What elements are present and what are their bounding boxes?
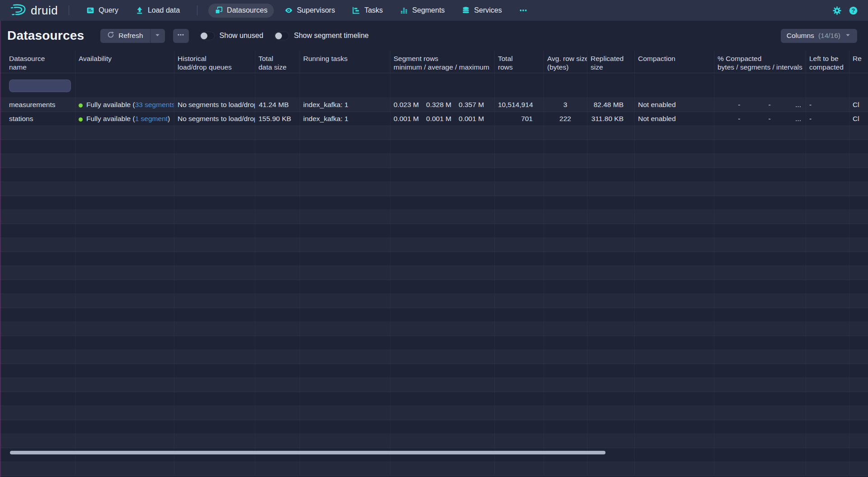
cell-replicated <box>587 238 635 252</box>
cell-availability <box>75 196 174 210</box>
cell-pct_compacted <box>714 336 806 350</box>
table-header-row: DatasourcenameAvailabilityHistoricalload… <box>0 51 868 73</box>
datasource-name-filter-input[interactable] <box>9 80 71 92</box>
cell-availability <box>75 252 174 266</box>
cell-total_size <box>255 280 300 294</box>
availability-dot <box>79 103 83 108</box>
cell-total_size <box>255 140 300 154</box>
cell-queues <box>174 126 255 140</box>
cell-availability <box>75 294 174 308</box>
show-segment-timeline-switch[interactable] <box>274 32 289 40</box>
nav-item-supervisors[interactable]: Supervisors <box>278 4 341 18</box>
column-header-compaction[interactable]: Compaction <box>635 51 714 73</box>
cell-avg_row_size <box>544 154 587 168</box>
cell-queues <box>174 448 255 462</box>
column-header-line2: size <box>591 63 631 71</box>
cell-total_size <box>255 378 300 392</box>
datasource-row-stations[interactable]: stationsFully available (1 segment)No se… <box>0 112 868 126</box>
refresh-interval-caret-button[interactable] <box>150 29 165 43</box>
segments-link[interactable]: 1 segment <box>135 115 168 122</box>
segment-rows-value: 0.357 M <box>459 98 484 112</box>
column-header-left_compact[interactable]: Left to becompacted <box>806 51 849 73</box>
services-icon <box>462 6 470 14</box>
column-header-availability[interactable]: Availability <box>75 51 174 73</box>
column-header-segment_rows[interactable]: Segment rowsminimum / average / maximum <box>390 51 495 73</box>
cell-running_tasks <box>300 238 390 252</box>
cell-replicated: 311.80 KB <box>587 112 635 126</box>
availability-suffix: ) <box>168 115 170 122</box>
nav-item-query[interactable]: Query <box>80 4 125 18</box>
cell-avg_row_size <box>544 238 587 252</box>
cell-total_rows <box>495 280 544 294</box>
nav-item-datasources[interactable]: Datasources <box>208 4 274 18</box>
more-actions-button[interactable] <box>173 29 189 43</box>
cell-total_size <box>255 336 300 350</box>
pct-compacted-value: - <box>714 98 745 112</box>
cell-total_rows <box>495 406 544 420</box>
cell-replicated <box>587 224 635 238</box>
cell-left_compact <box>806 210 849 224</box>
cell-compaction <box>635 154 714 168</box>
cell-name <box>0 336 75 350</box>
cell-avg_row_size <box>544 392 587 406</box>
empty-row <box>0 266 868 280</box>
segments-link[interactable]: 33 segments <box>135 101 174 108</box>
cell-pct_compacted <box>714 140 806 154</box>
cell-retention <box>849 280 868 294</box>
cell-avg_row_size <box>544 140 587 154</box>
nav-item-more[interactable] <box>513 4 534 18</box>
empty-row <box>0 392 868 406</box>
column-header-total_rows[interactable]: Totalrows <box>495 51 544 73</box>
cell-name <box>0 448 75 462</box>
column-header-name[interactable]: Datasourcename <box>0 51 75 73</box>
cell-total_rows <box>495 462 544 476</box>
empty-row <box>0 140 868 154</box>
column-header-line2: (bytes) <box>547 63 583 71</box>
nav-item-tasks[interactable]: Tasks <box>346 4 389 18</box>
column-header-avg_row_size[interactable]: Avg. row size(bytes) <box>544 51 587 73</box>
filter-cell-compaction <box>635 73 714 98</box>
cell-total_rows <box>495 126 544 140</box>
column-header-total_size[interactable]: Totaldata size <box>255 51 300 73</box>
nav-item-load-data[interactable]: Load data <box>129 4 186 18</box>
cell-availability <box>75 322 174 336</box>
columns-dropdown-button[interactable]: Columns (14/16) <box>781 29 857 43</box>
show-unused-switch[interactable] <box>200 32 215 40</box>
nav-item-segments[interactable]: Segments <box>394 4 451 18</box>
cell-retention <box>849 196 868 210</box>
column-header-running_tasks[interactable]: Running tasks <box>300 51 390 73</box>
table-filter-row <box>0 73 868 98</box>
cell-availability <box>75 308 174 322</box>
horizontal-scrollbar-thumb[interactable] <box>10 451 605 454</box>
cell-running_tasks <box>300 364 390 378</box>
column-header-queues[interactable]: Historicalload/drop queues <box>174 51 255 73</box>
top-navigation: druid QueryLoad dataDatasourcesSuperviso… <box>0 0 868 21</box>
cell-retention <box>849 294 868 308</box>
cell-left_compact <box>806 280 849 294</box>
settings-icon[interactable] <box>832 5 842 15</box>
druid-brand[interactable]: druid <box>10 4 58 18</box>
cell-retention <box>849 462 868 476</box>
cell-total_rows <box>495 238 544 252</box>
cell-compaction <box>635 294 714 308</box>
column-header-pct_compacted[interactable]: % Compactedbytes / segments / intervals <box>714 51 806 73</box>
cell-pct_compacted <box>714 280 806 294</box>
cell-compaction <box>635 196 714 210</box>
cell-total_rows <box>495 378 544 392</box>
column-header-line1: Avg. row size <box>547 54 583 63</box>
column-header-replicated[interactable]: Replicatedsize <box>587 51 635 73</box>
nav-item-services[interactable]: Services <box>455 4 508 18</box>
cell-pct_compacted <box>714 210 806 224</box>
pct-compacted-value: ... <box>775 112 806 126</box>
datasource-row-measurements[interactable]: measurementsFully available (33 segments… <box>0 98 868 112</box>
cell-segment_rows <box>390 420 495 434</box>
nav-item-label: Segments <box>412 6 445 14</box>
column-header-retention[interactable]: Re <box>849 51 868 73</box>
refresh-button[interactable]: Refresh <box>100 29 150 43</box>
cell-avg_row_size <box>544 252 587 266</box>
cell-compaction <box>635 182 714 196</box>
cell-running_tasks <box>300 168 390 182</box>
cell-availability <box>75 336 174 350</box>
help-icon[interactable]: ? <box>848 5 858 15</box>
cell-queues <box>174 154 255 168</box>
